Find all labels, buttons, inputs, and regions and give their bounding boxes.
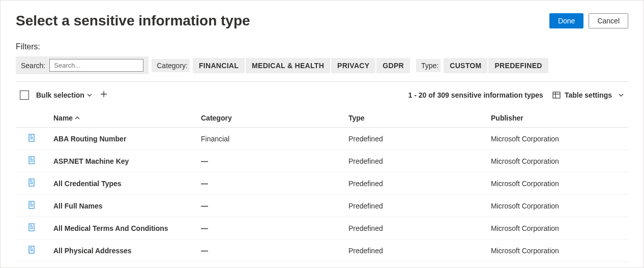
- table-row[interactable]: ABA Routing NumberFinancialPredefinedMic…: [16, 128, 628, 150]
- row-category: —: [195, 150, 342, 172]
- category-label: Category:: [157, 62, 188, 70]
- document-icon: [27, 158, 36, 166]
- row-type: Predefined: [342, 128, 485, 150]
- type-pills: CUSTOM PREDEFINED: [444, 58, 548, 73]
- row-icon-cell: [16, 217, 47, 240]
- svg-rect-7: [29, 157, 34, 164]
- document-icon: [27, 202, 36, 211]
- dialog-panel: Select a sensitive information type Done…: [0, 0, 644, 268]
- search-input[interactable]: [49, 59, 143, 72]
- document-icon: [27, 225, 36, 233]
- table-row[interactable]: All Credential Types—PredefinedMicrosoft…: [16, 172, 628, 195]
- icon-column-header: [16, 109, 47, 128]
- row-type: Predefined: [342, 217, 485, 240]
- row-publisher: Microsoft Corporation: [485, 172, 628, 195]
- svg-rect-15: [29, 201, 34, 209]
- category-column-header[interactable]: Category: [195, 109, 342, 128]
- row-type: Predefined: [342, 195, 485, 217]
- row-publisher: Microsoft Corporation: [485, 217, 628, 240]
- row-category: —: [195, 217, 342, 240]
- type-pill-custom[interactable]: CUSTOM: [444, 58, 487, 73]
- document-icon: [27, 135, 36, 143]
- bulk-selection-dropdown[interactable]: Bulk selection: [36, 91, 93, 99]
- header: Select a sensitive information type Done…: [16, 13, 628, 29]
- results-table: Name Category Type Publisher ABA Routing…: [16, 109, 628, 262]
- name-column-header[interactable]: Name: [47, 109, 195, 128]
- category-pill-privacy[interactable]: PRIVACY: [331, 58, 375, 73]
- result-count: 1 - 20 of 309 sensitive information type…: [408, 91, 543, 99]
- row-name[interactable]: ASP.NET Machine Key: [47, 150, 195, 172]
- divider: [16, 81, 628, 82]
- row-name[interactable]: All Medical Terms And Conditions: [47, 217, 195, 240]
- type-label: Type:: [421, 62, 438, 70]
- done-button[interactable]: Done: [549, 13, 583, 28]
- table-row[interactable]: All Medical Terms And Conditions—Predefi…: [16, 217, 628, 240]
- row-publisher: Microsoft Corporation: [485, 128, 628, 150]
- document-icon: [27, 180, 36, 188]
- row-icon-cell: [16, 172, 47, 195]
- type-filter-group: Type:: [416, 59, 441, 72]
- row-category: Financial: [195, 128, 342, 150]
- filters-label: Filters:: [16, 42, 628, 51]
- add-button[interactable]: [100, 89, 108, 101]
- row-category: —: [195, 240, 342, 262]
- category-filter-group: Category:: [152, 59, 190, 72]
- row-icon-cell: [16, 240, 47, 262]
- bulk-selection-label: Bulk selection: [36, 91, 84, 99]
- row-name[interactable]: ABA Routing Number: [47, 128, 195, 150]
- row-name[interactable]: All Credential Types: [47, 172, 195, 195]
- svg-rect-3: [29, 134, 34, 141]
- row-name[interactable]: All Full Names: [47, 195, 195, 217]
- chevron-down-icon: [618, 92, 624, 98]
- row-type: Predefined: [342, 150, 485, 172]
- toolbar-right: 1 - 20 of 309 sensitive information type…: [408, 91, 624, 99]
- svg-rect-19: [29, 224, 34, 231]
- page-title: Select a sensitive information type: [16, 13, 250, 29]
- category-pill-financial[interactable]: FINANCIAL: [193, 58, 245, 73]
- type-pill-predefined[interactable]: PREDEFINED: [488, 58, 548, 73]
- table-row[interactable]: All Full Names—PredefinedMicrosoft Corpo…: [16, 195, 628, 217]
- table-settings-label: Table settings: [565, 91, 612, 99]
- document-icon: [27, 247, 36, 255]
- svg-rect-0: [553, 92, 560, 98]
- category-pill-gdpr[interactable]: GDPR: [376, 58, 410, 73]
- bulk-checkbox[interactable]: [20, 91, 29, 100]
- table-settings-icon: [552, 91, 561, 99]
- table-row[interactable]: ASP.NET Machine Key—PredefinedMicrosoft …: [16, 150, 628, 172]
- sort-asc-icon: [75, 115, 80, 121]
- publisher-column-header[interactable]: Publisher: [485, 109, 628, 128]
- row-type: Predefined: [342, 172, 485, 195]
- name-column-label: Name: [53, 114, 73, 122]
- header-buttons: Done Cancel: [549, 13, 628, 28]
- table-settings-button[interactable]: Table settings: [552, 91, 624, 99]
- svg-rect-23: [29, 246, 34, 253]
- search-filter-group: Search:: [16, 56, 149, 74]
- search-label: Search:: [21, 62, 45, 70]
- row-type: Predefined: [342, 240, 485, 262]
- row-icon-cell: [16, 195, 47, 217]
- row-category: —: [195, 195, 342, 217]
- row-publisher: Microsoft Corporation: [485, 240, 628, 262]
- cancel-button[interactable]: Cancel: [589, 13, 628, 28]
- category-pill-medical[interactable]: MEDICAL & HEALTH: [246, 58, 330, 73]
- chevron-down-icon: [86, 92, 93, 98]
- category-pills: FINANCIAL MEDICAL & HEALTH PRIVACY GDPR: [193, 58, 410, 73]
- svg-rect-11: [29, 179, 34, 186]
- table-row[interactable]: All Physical Addresses—PredefinedMicroso…: [16, 240, 628, 262]
- toolbar-left: Bulk selection: [20, 89, 108, 101]
- row-publisher: Microsoft Corporation: [485, 150, 628, 172]
- toolbar: Bulk selection 1 - 20 of 309 sensitive i…: [16, 86, 628, 104]
- filters-row: Search: Category: FINANCIAL MEDICAL & HE…: [16, 56, 628, 74]
- table-header-row: Name Category Type Publisher: [16, 109, 628, 128]
- row-name[interactable]: All Physical Addresses: [47, 240, 195, 262]
- type-column-header[interactable]: Type: [342, 109, 485, 128]
- row-category: —: [195, 172, 342, 195]
- row-icon-cell: [16, 150, 47, 172]
- row-icon-cell: [16, 128, 47, 150]
- row-publisher: Microsoft Corporation: [485, 195, 628, 217]
